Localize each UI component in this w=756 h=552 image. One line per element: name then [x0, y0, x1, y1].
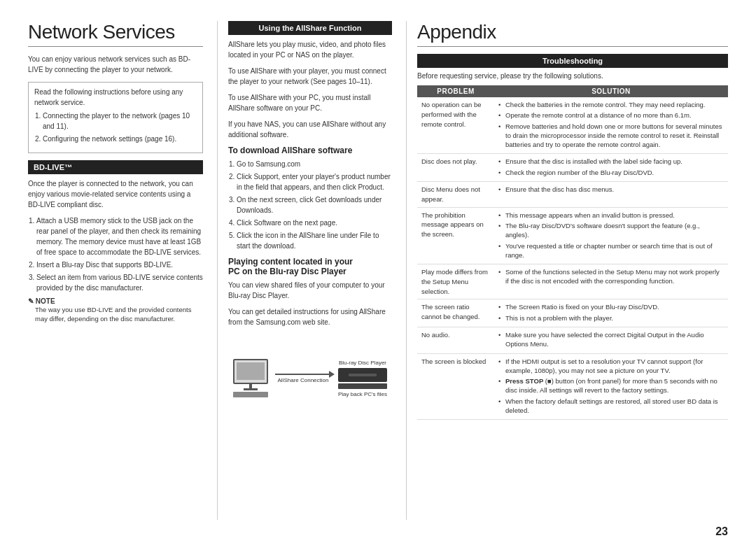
keyboard-shape — [233, 392, 268, 397]
left-column: Network Services You can enjoy various n… — [28, 21, 217, 520]
monitor-screen — [237, 362, 265, 380]
network-intro: You can enjoy various network services s… — [28, 54, 203, 75]
steps-list: Connecting the player to the network (pa… — [34, 111, 197, 144]
bdlive-step-1: Attach a USB memory stick to the USB jac… — [36, 215, 203, 257]
solution-item: Press STOP (■) button (on front panel) f… — [498, 376, 724, 395]
table-row: No audio.Make sure you have selected the… — [417, 327, 728, 353]
monitor-base — [244, 388, 258, 390]
dl-step-3: On the next screen, click Get downloads … — [237, 194, 392, 215]
note-label: ✎ NOTE — [28, 297, 203, 305]
table-row: Disc does not play.Ensure that the disc … — [417, 154, 728, 182]
bd-files-label: Play back PC's files — [338, 391, 387, 397]
monitor-shape — [233, 359, 268, 384]
bd-device-base — [338, 383, 387, 389]
bdlive-intro: Once the player is connected to the netw… — [28, 178, 203, 210]
step-1: Connecting the player to the network (pa… — [43, 111, 197, 132]
solution-item: Make sure you have selected the correct … — [498, 330, 724, 349]
computer-icon — [233, 359, 268, 397]
allshare-text4: If you have NAS, you can use AllShare wi… — [228, 119, 392, 140]
download-steps: Go to Samsung.com Click Support, enter y… — [228, 159, 392, 251]
dl-step-4: Click Software on the next page. — [237, 218, 392, 228]
table-row: The prohibition message appears on the s… — [417, 207, 728, 264]
step-2: Configuring the network settings (page 1… — [43, 134, 197, 144]
problem-cell: The screen ratio cannot be changed. — [417, 299, 494, 327]
solution-cell: Check the batteries in the remote contro… — [494, 97, 728, 154]
playing-text2: You can get detailed instructions for us… — [228, 306, 392, 327]
bdlive-step-2: Insert a Blu-ray Disc that supports BD-L… — [36, 260, 203, 270]
allshare-text2: To use AllShare with your player, you mu… — [228, 66, 392, 87]
bd-player-top-label: Blu-ray Disc Player — [339, 360, 386, 366]
solution-cell: Ensure that the disc has disc menus. — [494, 182, 728, 208]
arrow-line — [275, 374, 331, 375]
problem-cell: Disc does not play. — [417, 154, 494, 182]
solution-item: If the HDMI output is set to a resolutio… — [498, 357, 724, 376]
allshare-text1: AllShare lets you play music, video, and… — [228, 39, 392, 60]
appendix-title: Appendix — [417, 21, 728, 47]
bdlive-step-3: Select an item from various BD-LIVE serv… — [36, 272, 203, 293]
col-solution: SOLUTION — [494, 85, 728, 97]
arrow-area: AllShare Connection — [275, 374, 331, 397]
bdlive-section: BD-LIVE™ Once the player is connected to… — [28, 160, 203, 324]
dl-step-5: Click the icon in the AllShare line unde… — [237, 230, 392, 251]
table-row: Disc Menu does not appear.Ensure that th… — [417, 182, 728, 208]
trouble-intro: Before requesting service, please try th… — [417, 72, 728, 80]
solution-item: Check the region number of the Blu-ray D… — [498, 168, 724, 177]
bd-player-icon: Blu-ray Disc Player Play back PC's files — [338, 360, 387, 397]
table-row: No operation can be performed with the r… — [417, 97, 728, 154]
problem-cell: No operation can be performed with the r… — [417, 97, 494, 154]
solution-item: Ensure that the disc has disc menus. — [498, 185, 724, 194]
solution-cell: Some of the functions selected in the Se… — [494, 264, 728, 299]
solution-item: This is not a problem with the player. — [498, 313, 724, 323]
problem-cell: Disc Menu does not appear. — [417, 182, 494, 208]
solution-cell: This message appears when an invalid but… — [494, 207, 728, 264]
solution-item: The Screen Ratio is fixed on your Blu-ra… — [498, 302, 724, 311]
solution-item: Operate the remote control at a distance… — [498, 111, 724, 120]
arrow-head — [329, 371, 335, 378]
col-problem: PROBLEM — [417, 85, 494, 97]
solution-cell: Ensure that the disc is installed with t… — [494, 154, 728, 182]
page-number: 23 — [28, 520, 728, 538]
columns: Network Services You can enjoy various n… — [28, 21, 728, 520]
allshare-diagram: AllShare Connection Blu-ray Disc Player … — [228, 334, 392, 397]
network-services-title: Network Services — [28, 21, 203, 47]
problem-cell: The prohibition message appears on the s… — [417, 207, 494, 264]
middle-column: Using the AllShare Function AllShare let… — [217, 21, 406, 520]
solution-cell: Make sure you have selected the correct … — [494, 327, 728, 353]
info-box: Read the following instructions before u… — [28, 82, 203, 153]
right-column: Appendix Troubleshooting Before requesti… — [406, 21, 728, 520]
solution-cell: The Screen Ratio is fixed on your Blu-ra… — [494, 299, 728, 327]
page: Network Services You can enjoy various n… — [0, 0, 756, 552]
bd-device-body — [338, 368, 387, 382]
table-row: Play mode differs from the Setup Menu se… — [417, 264, 728, 299]
allshare-header: Using the AllShare Function — [228, 21, 392, 35]
problem-cell: Play mode differs from the Setup Menu se… — [417, 264, 494, 299]
problem-cell: No audio. — [417, 327, 494, 353]
solution-item: You've requested a title or chapter numb… — [498, 241, 724, 260]
download-title: To download AllShare software — [228, 146, 392, 155]
troubleshooting-table: PROBLEM SOLUTION No operation can be per… — [417, 85, 728, 420]
troubleshooting-header: Troubleshooting — [417, 54, 728, 68]
problem-cell: The screen is blocked — [417, 353, 494, 420]
solution-item: Some of the functions selected in the Se… — [498, 267, 724, 286]
solution-cell: If the HDMI output is set to a resolutio… — [494, 353, 728, 420]
bdlive-steps: Attach a USB memory stick to the USB jac… — [28, 215, 203, 293]
solution-item: Ensure that the disc is installed with t… — [498, 157, 724, 166]
solution-item: Check the batteries in the remote contro… — [498, 100, 724, 109]
allshare-connection-label: AllShare Connection — [278, 377, 329, 383]
solution-item: The Blu-ray Disc/DVD's software doesn't … — [498, 221, 724, 240]
dl-step-2: Click Support, enter your player's produ… — [237, 171, 392, 192]
note-text: The way you use BD-LIVE and the provided… — [28, 305, 203, 324]
playing-title: Playing content located in yourPC on the… — [228, 257, 392, 276]
dl-step-1: Go to Samsung.com — [237, 159, 392, 169]
solution-item: Remove batteries and hold down one or mo… — [498, 122, 724, 150]
note-section: ✎ NOTE The way you use BD-LIVE and the p… — [28, 297, 203, 324]
solution-item: When the factory default settings are re… — [498, 397, 724, 416]
bd-disc-slot — [349, 374, 377, 376]
playing-text1: You can view shared files of your comput… — [228, 280, 392, 301]
table-row: The screen ratio cannot be changed.The S… — [417, 299, 728, 327]
table-row: The screen is blockedIf the HDMI output … — [417, 353, 728, 420]
allshare-text3: To use AllShare with your PC, you must i… — [228, 92, 392, 113]
info-box-text: Read the following instructions before u… — [34, 87, 197, 108]
bdlive-header: BD-LIVE™ — [28, 160, 203, 174]
solution-item: This message appears when an invalid but… — [498, 211, 724, 220]
